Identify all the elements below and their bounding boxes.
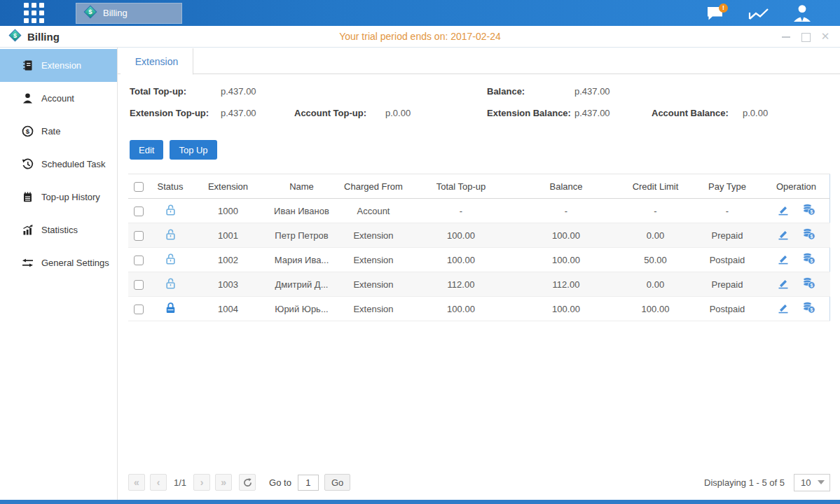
close-button[interactable]: ✕ xyxy=(820,31,830,41)
unlocked-icon xyxy=(165,228,177,240)
next-page-button[interactable]: › xyxy=(193,474,210,491)
minimize-button[interactable] xyxy=(781,31,791,41)
app-launcher-icon[interactable] xyxy=(24,3,45,24)
select-all-checkbox[interactable] xyxy=(134,182,144,192)
cell-name: Дмитрий Д... xyxy=(265,272,338,297)
topup-row-button[interactable]: $ xyxy=(802,204,815,218)
sidebar-item-general-settings[interactable]: General Settings xyxy=(0,246,117,279)
row-checkbox[interactable] xyxy=(134,231,144,241)
go-button[interactable]: Go xyxy=(324,474,350,491)
row-checkbox[interactable] xyxy=(134,280,144,290)
pencil-icon xyxy=(777,278,790,289)
svg-text:$: $ xyxy=(810,209,813,215)
row-checkbox[interactable] xyxy=(134,255,144,265)
taskbar: $ Billing ! xyxy=(0,0,840,26)
topup-row-button[interactable]: $ xyxy=(802,277,815,291)
coins-dollar-icon: $ xyxy=(802,277,815,289)
cell-name: Иван Иванов xyxy=(265,199,338,223)
summary-stats: Total Top-up: p.437.00 Balance: p.437.00… xyxy=(118,85,840,130)
sidebar-item-statistics[interactable]: Statistics xyxy=(0,214,117,246)
cell-extension: 1003 xyxy=(191,272,265,297)
maximize-button[interactable] xyxy=(801,31,811,41)
edit-row-button[interactable] xyxy=(777,204,790,218)
topup-row-button[interactable]: $ xyxy=(802,253,815,267)
account-topup-label: Account Top-up: xyxy=(294,107,366,120)
cell-credit-limit: 100.00 xyxy=(619,297,692,321)
sidebar-item-label: Rate xyxy=(41,126,60,136)
dollar-circle-icon: $ xyxy=(22,125,34,137)
topup-row-button[interactable]: $ xyxy=(802,302,815,316)
sidebar-item-label: Top-up History xyxy=(41,192,100,202)
previous-page-button[interactable]: ‹ xyxy=(150,474,167,491)
billing-diamond-icon: $ xyxy=(83,5,97,21)
cell-balance: 100.00 xyxy=(514,297,619,321)
column-header: Credit Limit xyxy=(619,174,692,199)
taskbar-tab-label: Billing xyxy=(103,8,128,18)
cell-balance: 100.00 xyxy=(514,248,619,272)
history-clock-icon xyxy=(22,158,34,170)
svg-text:$: $ xyxy=(810,234,813,239)
cell-credit-limit: - xyxy=(619,199,692,223)
tab-strip: Extension xyxy=(118,48,840,74)
sidebar-item-label: Extension xyxy=(41,60,81,71)
column-header: Status xyxy=(149,174,191,199)
account-balance-label: Account Balance: xyxy=(652,107,729,120)
taskbar-tab-billing[interactable]: $ Billing xyxy=(76,3,182,24)
extension-table: StatusExtensionNameCharged FromTotal Top… xyxy=(128,174,830,321)
column-header: Operation xyxy=(762,174,830,199)
svg-text:$: $ xyxy=(13,32,17,39)
person-icon xyxy=(22,92,34,104)
cell-total-topup: 100.00 xyxy=(408,248,514,272)
cell-credit-limit: 0.00 xyxy=(619,272,692,297)
cell-pay-type: - xyxy=(692,199,762,223)
sidebar-item-label: Statistics xyxy=(41,225,78,235)
sidebar-item-scheduled-task[interactable]: Scheduled Task xyxy=(0,148,117,181)
topup-row-button[interactable]: $ xyxy=(802,228,815,242)
edit-row-button[interactable] xyxy=(777,302,790,316)
top-up-button[interactable]: Top Up xyxy=(170,140,216,160)
account-topup-value: p.0.00 xyxy=(385,107,411,120)
edit-row-button[interactable] xyxy=(777,278,790,291)
edit-row-button[interactable] xyxy=(777,253,790,267)
row-checkbox[interactable] xyxy=(134,304,144,314)
coins-dollar-icon: $ xyxy=(802,228,815,240)
pencil-icon xyxy=(777,204,790,216)
trial-notice: Your trial period ends on: 2017-02-24 xyxy=(0,31,840,42)
row-checkbox[interactable] xyxy=(134,206,144,216)
edit-button[interactable]: Edit xyxy=(130,140,163,160)
sidebar-item-extension[interactable]: Extension xyxy=(0,49,117,82)
table-row: 1000 Иван Иванов Account - - - - xyxy=(128,199,830,223)
cell-pay-type: Postpaid xyxy=(692,248,762,272)
goto-label: Go to xyxy=(269,477,291,488)
pencil-icon xyxy=(777,302,790,314)
column-header: Pay Type xyxy=(692,174,762,199)
coins-dollar-icon: $ xyxy=(802,204,815,216)
svg-text:$: $ xyxy=(810,283,813,288)
balance-label: Balance: xyxy=(487,85,525,98)
column-header: Balance xyxy=(514,174,619,199)
cell-balance: 100.00 xyxy=(514,223,619,248)
sidebar-item-topup-history[interactable]: Top-up History xyxy=(0,181,117,214)
notifications-icon[interactable]: ! xyxy=(704,3,727,24)
billing-app-window: $ Billing ! xyxy=(0,0,840,504)
cell-total-topup: 100.00 xyxy=(408,297,514,321)
first-page-button[interactable]: « xyxy=(128,474,145,491)
edit-row-button[interactable] xyxy=(777,229,790,242)
unlocked-icon xyxy=(165,277,177,289)
sidebar-item-rate[interactable]: $ Rate xyxy=(0,115,117,148)
cell-total-topup: 100.00 xyxy=(408,223,514,248)
page-indicator: 1/1 xyxy=(174,477,186,488)
refresh-button[interactable] xyxy=(239,474,256,491)
unlocked-icon xyxy=(165,253,177,265)
monitor-chart-icon[interactable] xyxy=(748,3,770,24)
account-balance-value: p.0.00 xyxy=(743,107,768,120)
extension-topup-label: Extension Top-up: xyxy=(130,107,209,120)
tab-extension[interactable]: Extension xyxy=(121,48,193,75)
user-account-icon[interactable] xyxy=(791,3,813,24)
last-page-button[interactable]: » xyxy=(215,474,232,491)
sidebar-item-account[interactable]: Account xyxy=(0,82,117,115)
total-topup-label: Total Top-up: xyxy=(130,85,186,98)
svg-text:$: $ xyxy=(26,127,30,135)
goto-page-input[interactable] xyxy=(298,475,319,491)
page-size-select[interactable]: 10 xyxy=(794,474,830,491)
